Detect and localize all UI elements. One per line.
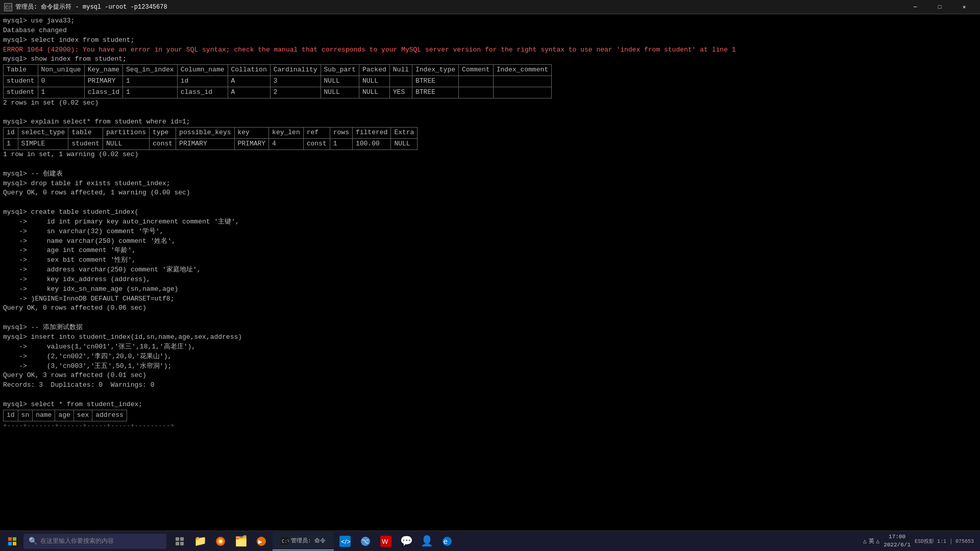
col-name: name [33,410,55,421]
cmd-line-4: mysql> explain select* from student wher… [3,117,977,127]
cont-3: -> name varchar(250) comment '姓名', [3,237,977,246]
svg-text:W: W [382,538,388,545]
table-row: student 0 PRIMARY 1 id A 3 NULL NULL BTR… [4,76,552,87]
output-6: Query OK, 3 rows affected (0.01 sec) [3,371,977,381]
cmd-line-5: mysql> -- 创建表 [3,169,977,179]
svg-rect-3 [13,537,16,541]
col-filtered: filtered [352,128,390,139]
cmd-line-1: mysql> use java33; [3,16,977,26]
svg-rect-6 [176,537,179,541]
wechat-button[interactable]: 💬 [397,532,415,550]
col-cardinality: Cardinality [270,65,321,76]
cmd-taskbar-button[interactable]: C:\ 管理员: 命令 [273,532,334,550]
app-orange[interactable]: ▶ [252,532,271,550]
folder-button[interactable]: 🗂️ [232,532,250,550]
cont-7: -> key idx_address (address), [3,275,977,285]
minimize-button[interactable]: ─ [903,0,927,14]
col-address: address [92,410,127,421]
svg-text:▶: ▶ [258,539,262,544]
svg-rect-4 [8,542,12,545]
student-index-table: id sn name age sex address [3,410,127,421]
col-possible-keys: possible_keys [176,128,234,139]
app-icon: C:\ [4,3,12,11]
index-table: Table Non_unique Key_name Seq_in_index C… [3,64,552,98]
cont-6: -> address varchar(250) comment '家庭地址', [3,265,977,275]
output-4: Query OK, 0 rows affected, 1 warning (0.… [3,188,977,198]
maximize-button[interactable]: □ [928,0,951,14]
cmd-line-10: mysql> select * from student_index; [3,400,977,410]
svg-rect-5 [13,542,16,545]
col-age: age [55,410,74,421]
col-comment: Comment [459,65,494,76]
col-partitions: partitions [103,128,150,139]
cont-4: -> age int comment '年龄', [3,246,977,256]
col-null: Null [389,65,412,76]
output-3: 1 row in set, 1 warning (0.02 sec) [3,150,977,160]
svg-rect-9 [180,542,184,545]
col-key-len: key_len [269,128,304,139]
sys-tray[interactable]: △ 英 △ [863,537,879,545]
cont-9: -> )ENGINE=InnoDB DEFAULT CHARSET=utf8; [3,294,977,304]
svg-text:⌥: ⌥ [362,538,369,545]
wps-button[interactable]: W [377,532,395,550]
svg-text:C:\: C:\ [282,539,289,544]
table-row: student 1 class_id 1 class_id A 2 NULL N… [4,87,552,98]
col-key-name: Key_name [84,65,122,76]
cmd-line-6: mysql> drop table if exists student_inde… [3,179,977,189]
cmd-line-8: mysql> -- 添加测试数据 [3,323,977,333]
col-rows: rows [330,128,352,139]
explain-table: id select_type table partitions type pos… [3,127,418,150]
window-controls: ─ □ ✕ [903,0,976,14]
task-view-button[interactable] [170,532,189,550]
cont-12: -> (3,'cn003','王五',50,1,'水帘洞'); [3,362,977,371]
taskbar-right: △ 英 △ 17:00 2022/6/1 ESD投影 1:1 │ 075653 [863,533,978,549]
user-icon[interactable]: 👤 [418,532,436,550]
col-ref: ref [303,128,330,139]
git-button[interactable]: ⌥ [356,532,375,550]
cmd-line-7: mysql> create table student_index( [3,208,977,217]
taskbar: 🔍 在这里输入你要搜索的内容 📁 🗂️ ▶ C:\ 管理员: 命令 </> ⌥ … [0,531,980,551]
search-placeholder: 在这里输入你要搜索的内容 [40,537,114,545]
col-collation: Collation [228,65,270,76]
col-sex: sex [74,410,92,421]
table-sep: +----+-------+------+-----+-----+-------… [3,421,977,431]
edge-button[interactable]: e [438,532,456,550]
svg-text:e: e [444,537,448,545]
close-button[interactable]: ✕ [952,0,976,14]
title-bar: C:\ 管理员: 命令提示符 - mysql -uroot -p12345678… [0,0,980,14]
table-row: 1 SIMPLE student NULL const PRIMARY PRIM… [4,139,418,150]
col-table: table [68,128,103,139]
cont-8: -> key idx_sn_name_age (sn,name,age) [3,285,977,294]
col-sn: sn [18,410,33,421]
terminal-area: mysql> use java33; Database changed mysq… [0,14,980,531]
svg-rect-8 [176,542,179,545]
col-select-type: select_type [18,128,68,139]
esd-label: ESD投影 1:1 │ 075653 [915,538,974,545]
file-explorer-button[interactable]: 📁 [191,532,209,550]
output-1: Database changed [3,26,977,36]
cont-5: -> sex bit comment '性别', [3,256,977,265]
taskbar-quick-launch: 📁 🗂️ ▶ C:\ 管理员: 命令 </> ⌥ W 💬 👤 e [170,532,456,550]
cont-2: -> sn varchar(32) comment '学号', [3,227,977,237]
cont-1: -> id int primary key auto_increment com… [3,217,977,227]
cont-11: -> (2,'cn002','李四',20,0,'花果山'), [3,352,977,362]
svg-rect-2 [8,537,12,541]
col-seq-in-index: Seq_in_index [123,65,178,76]
search-icon: 🔍 [29,537,37,545]
col-table: Table [4,65,38,76]
search-box[interactable]: 🔍 在这里输入你要搜索的内容 [23,534,166,549]
col-packed: Packed [359,65,389,76]
start-button[interactable] [2,532,22,550]
col-index-comment: Index_comment [493,65,551,76]
svg-text:C:\: C:\ [5,5,12,10]
firefox-button[interactable] [211,532,230,550]
blank-4 [3,313,977,323]
cmd-line-3: mysql> show index from student; [3,55,977,64]
blank-1 [3,108,977,118]
cmd-task-label: 管理员: 命令 [291,537,326,544]
vscode-button[interactable]: </> [336,532,354,550]
col-index-type: Index_type [412,65,459,76]
blank-3 [3,198,977,208]
col-column-name: Column_name [177,65,228,76]
clock: 17:00 2022/6/1 [884,533,911,549]
